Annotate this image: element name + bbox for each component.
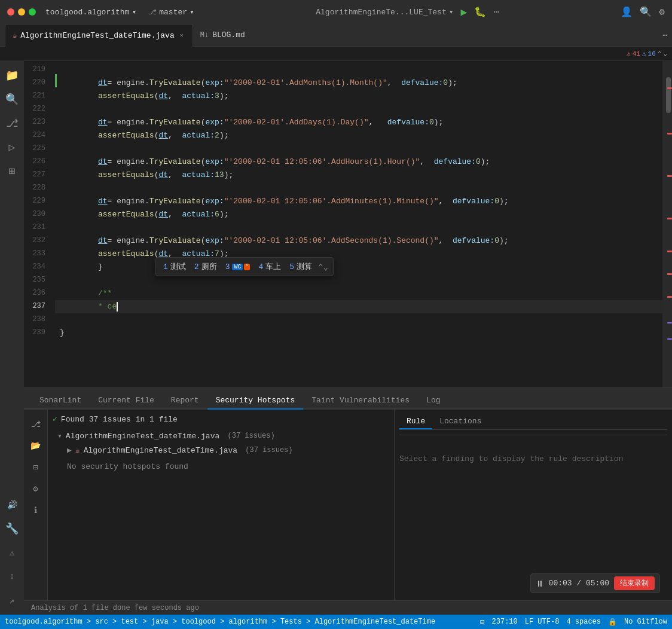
warning-count: 16 <box>648 50 656 57</box>
repo-selector[interactable]: toolgood.algorithm ▾ <box>45 7 136 17</box>
minimize-button[interactable] <box>18 8 25 16</box>
line-num-224: 224 <box>24 129 50 142</box>
code-line-231 <box>55 221 662 234</box>
encoding-status[interactable]: LF UTF-8 <box>525 618 560 626</box>
panel-sidebar-folder-icon[interactable]: 📂 <box>26 436 45 455</box>
code-editor[interactable]: 219 220 221 222 223 224 225 226 227 228 … <box>24 61 672 387</box>
status-bar: toolgood.algorithm > src > test > java >… <box>0 615 672 629</box>
title-center: AlgorithmEngineTe...LUE_Test ▾ ▶ 🐛 ⋯ <box>316 5 499 19</box>
autocomplete-item-4[interactable]: 4车上 <box>256 260 283 273</box>
rule-tab-locations[interactable]: Locations <box>432 414 488 429</box>
code-line-234: } <box>55 261 662 274</box>
search-bar-icon[interactable]: 🔍 <box>2 90 22 109</box>
breadcrumb-status[interactable]: toolgood.algorithm > src > test > java >… <box>5 618 435 626</box>
line-num-234: 234 <box>24 261 50 274</box>
code-line-223: dt = engine. TryEvaluate ( exp: "'2000-0… <box>55 116 662 129</box>
code-line-238 <box>55 313 662 326</box>
warning-icon: ⚠ <box>642 50 646 57</box>
error-nav-icon[interactable]: ⚠ <box>2 543 22 562</box>
autocomplete-item-1[interactable]: 1测试 <box>161 260 188 273</box>
panel-tab-log[interactable]: Log <box>418 392 448 410</box>
share-icon[interactable]: ↗ <box>2 591 22 610</box>
ac-text-1: 测试 <box>170 261 186 272</box>
more-actions-icon[interactable]: ⋯ <box>493 6 499 18</box>
explorer-icon[interactable]: 📁 <box>2 66 22 85</box>
no-hotspots-text: No security hotspots found <box>67 462 188 471</box>
code-line-233: assertEquals ( dt , actual: 7 ); <box>55 248 662 261</box>
autocomplete-arrow-icon[interactable]: ⌃⌄ <box>318 262 328 272</box>
position-status[interactable]: 237:10 <box>492 618 518 626</box>
scrollbar-thumb[interactable] <box>666 77 671 113</box>
code-content[interactable]: dt = engine. TryEvaluate ( exp: "'2000-0… <box>55 61 662 387</box>
file-tree-root[interactable]: ▾ AlgorithmEngineTest_dateTime.java (37 … <box>53 429 389 443</box>
tab-java-close-icon[interactable]: ✕ <box>178 31 185 39</box>
repo-chevron-icon: ▾ <box>132 7 136 17</box>
branch-selector[interactable]: ⎇ master ▾ <box>148 7 194 17</box>
status-right: ⊟ 237:10 LF UTF-8 4 spaces 🔒 No Gitflow <box>480 618 667 627</box>
autocomplete-item-3[interactable]: 3 WC ° <box>223 261 253 273</box>
code-line-219 <box>55 63 662 77</box>
recording-bar: ⏸ 00:03 / 05:00 结束录制 <box>530 573 660 593</box>
panel-sidebar-info-icon[interactable]: ℹ <box>26 500 45 520</box>
line-num-221: 221 <box>24 90 50 103</box>
search-icon[interactable]: 🔍 <box>640 6 652 18</box>
rule-description-text: Select a finding to display the rule des… <box>399 454 623 463</box>
branch-label: master <box>159 8 187 17</box>
tab-more-icon[interactable]: ⋯ <box>662 30 667 40</box>
panel-tab-current-file[interactable]: Current File <box>90 392 163 410</box>
stop-recording-button[interactable]: 结束录制 <box>614 576 655 590</box>
right-scrollbar[interactable] <box>662 61 672 387</box>
extensions-icon[interactable]: ⊞ <box>2 161 22 181</box>
run-icon[interactable]: ▶ <box>461 5 468 19</box>
center-chevron-icon: ▾ <box>449 7 454 17</box>
expand-icon[interactable]: ⌄ <box>663 50 667 57</box>
sonar-icon[interactable]: 🔊 <box>2 495 22 514</box>
minimap-mark-6 <box>667 273 672 275</box>
account-icon[interactable]: 👤 <box>621 6 633 18</box>
spaces-status[interactable]: 4 spaces <box>566 618 601 626</box>
file-icon-status[interactable]: ⊟ <box>480 618 484 627</box>
maximize-button[interactable] <box>29 8 36 16</box>
panel-tab-security-hotspots[interactable]: Security Hotspots <box>207 392 304 410</box>
panel-tab-sonarlint[interactable]: SonarLint <box>31 392 90 410</box>
panel-sidebar-tool-icon[interactable]: ⚙ <box>26 479 45 498</box>
gitflow-status[interactable]: No Gitflow <box>624 618 667 626</box>
cursor <box>117 302 118 312</box>
child-issues-count: (37 issues) <box>241 446 292 454</box>
tab-md-file[interactable]: M↓ BLOG.md <box>193 24 252 47</box>
title-bar-left: toolgood.algorithm ▾ ⎇ master ▾ <box>7 7 194 17</box>
panel-tab-taint[interactable]: Taint Vulnerabilities <box>303 392 418 410</box>
line-num-239: 239 <box>24 326 50 340</box>
pause-button[interactable]: ⏸ <box>536 579 544 588</box>
rule-tab-rule[interactable]: Rule <box>399 414 432 429</box>
line-num-227: 227 <box>24 169 50 182</box>
minimap-mark-5 <box>667 251 672 252</box>
file-tree-child[interactable]: ▶ ☕ AlgorithmEngineTest_dateTime.java (3… <box>53 443 389 457</box>
vcs-status[interactable]: 🔒 <box>608 618 617 627</box>
debug-icon[interactable]: 🐛 <box>474 6 486 18</box>
tools-icon[interactable]: 🔧 <box>2 519 22 538</box>
status-left: toolgood.algorithm > src > test > java >… <box>5 618 435 626</box>
settings-icon[interactable]: ⚙ <box>659 6 665 18</box>
panel-tab-report[interactable]: Report <box>163 392 207 410</box>
ac-text-4: 车上 <box>265 261 281 272</box>
debug-run-icon[interactable]: ▷ <box>2 138 22 157</box>
line-num-220: 220 <box>24 77 50 90</box>
autocomplete-item-5[interactable]: 5测算 <box>287 260 314 273</box>
panel-sidebar-grid-icon[interactable]: ⊟ <box>26 457 45 477</box>
collapse-icon: ▾ <box>57 431 62 441</box>
git-icon[interactable]: ↕ <box>2 567 22 586</box>
source-control-icon[interactable]: ⎇ <box>2 114 22 133</box>
autocomplete-popup[interactable]: 1测试 2厕所 3 WC ° 4车上 5测算 <box>155 257 334 276</box>
close-button[interactable] <box>7 8 14 16</box>
panel-sidebar-branch-icon[interactable]: ⎇ <box>26 414 45 433</box>
collapse-icon[interactable]: ⌃ <box>658 50 662 57</box>
code-line-230: assertEquals ( dt , actual: 6 ); <box>55 208 662 221</box>
breadcrumb-topbar: ⚠ 41 ⚠ 16 ⌃ ⌄ <box>0 47 672 61</box>
autocomplete-item-2[interactable]: 2厕所 <box>192 260 219 273</box>
java-file-icon: ☕ <box>13 31 17 40</box>
ac-text-2: 厕所 <box>201 261 217 272</box>
line-num-237: 237 <box>24 300 50 313</box>
tab-java-file[interactable]: ☕ AlgorithmEngineTest_dateTime.java ✕ <box>5 24 193 47</box>
minimap-mark-2 <box>667 133 672 135</box>
